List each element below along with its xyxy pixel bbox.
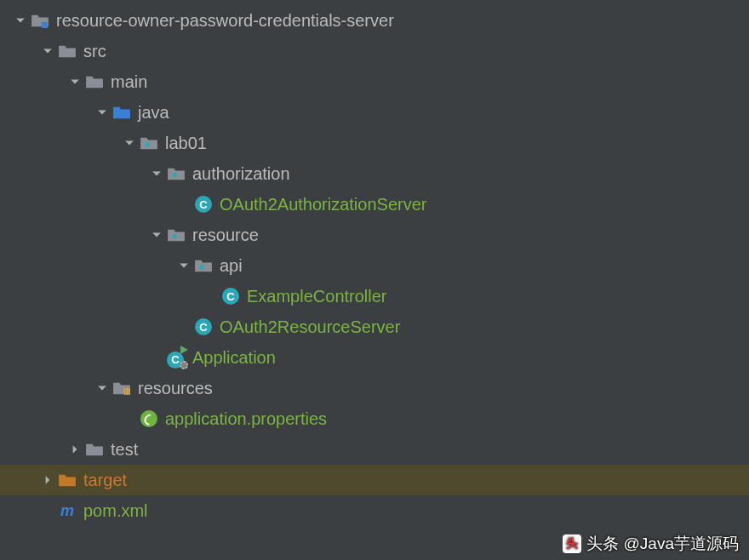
class-icon: C bbox=[220, 288, 242, 305]
tree-item-label: main bbox=[111, 72, 147, 92]
chevron-down-icon[interactable] bbox=[121, 138, 138, 148]
package-icon bbox=[165, 227, 187, 243]
tree-item-authorization[interactable]: authorization bbox=[0, 158, 749, 189]
watermark-prefix: 头条 bbox=[586, 533, 619, 555]
tree-item-label: test bbox=[111, 440, 138, 460]
tree-item-label: lab01 bbox=[165, 134, 207, 153]
package-icon bbox=[138, 135, 160, 151]
tree-item-label: ExampleController bbox=[247, 287, 387, 306]
tree-item-label: application.properties bbox=[165, 409, 327, 429]
chevron-right-icon[interactable] bbox=[39, 475, 56, 485]
chevron-down-icon[interactable] bbox=[148, 230, 165, 240]
package-icon bbox=[192, 258, 214, 273]
chevron-down-icon[interactable] bbox=[66, 77, 83, 87]
chevron-down-icon[interactable] bbox=[12, 15, 29, 26]
maven-file-icon: m bbox=[56, 502, 78, 519]
tree-item-label: OAuth2AuthorizationServer bbox=[220, 195, 426, 214]
tree-item-test[interactable]: test bbox=[0, 434, 749, 465]
tree-item-lab01[interactable]: lab01 bbox=[0, 128, 749, 158]
watermark: 头 头条 @Java芋道源码 bbox=[563, 533, 739, 555]
tree-item-target[interactable]: target bbox=[0, 465, 749, 495]
tree-item-resources[interactable]: resources bbox=[0, 373, 749, 403]
tree-item-pom[interactable]: m pom.xml bbox=[0, 495, 749, 526]
tree-item-java[interactable]: java bbox=[0, 97, 749, 128]
tree-item-application[interactable]: C Application bbox=[0, 342, 749, 373]
tree-item-example-controller[interactable]: C ExampleController bbox=[0, 281, 749, 311]
module-folder-icon bbox=[29, 13, 51, 28]
chevron-down-icon[interactable] bbox=[148, 169, 165, 179]
tree-item-resource[interactable]: resource bbox=[0, 220, 749, 250]
source-folder-icon bbox=[111, 105, 133, 120]
tree-item-label: authorization bbox=[192, 164, 290, 184]
watermark-text: @Java芋道源码 bbox=[624, 533, 739, 555]
tree-item-label: pom.xml bbox=[83, 501, 148, 521]
chevron-right-icon[interactable] bbox=[66, 444, 83, 454]
chevron-down-icon[interactable] bbox=[175, 260, 192, 271]
spring-config-icon bbox=[138, 410, 160, 427]
folder-icon bbox=[56, 43, 78, 59]
excluded-folder-icon bbox=[56, 472, 78, 488]
folder-icon bbox=[83, 74, 106, 89]
package-icon bbox=[165, 166, 187, 181]
folder-icon bbox=[83, 442, 106, 457]
class-icon: C bbox=[192, 318, 214, 335]
watermark-logo-icon: 头 bbox=[563, 534, 581, 553]
tree-item-label: src bbox=[83, 42, 106, 61]
tree-item-label: java bbox=[138, 103, 169, 123]
tree-item-api[interactable]: api bbox=[0, 250, 749, 281]
tree-item-label: Application bbox=[192, 348, 276, 368]
chevron-down-icon[interactable] bbox=[94, 383, 111, 393]
tree-item-label: OAuth2ResourceServer bbox=[220, 317, 400, 337]
class-icon: C bbox=[192, 196, 214, 213]
tree-item-label: target bbox=[83, 471, 127, 490]
tree-item-label: resource-owner-password-credentials-serv… bbox=[56, 11, 394, 31]
tree-item-root[interactable]: resource-owner-password-credentials-serv… bbox=[0, 5, 749, 36]
tree-item-label: resources bbox=[138, 379, 213, 398]
runnable-class-icon: C bbox=[165, 348, 187, 367]
resources-folder-icon bbox=[111, 380, 133, 396]
chevron-down-icon[interactable] bbox=[94, 107, 111, 117]
tree-item-oauth-resource-server[interactable]: C OAuth2ResourceServer bbox=[0, 311, 749, 342]
tree-item-oauth-auth-server[interactable]: C OAuth2AuthorizationServer bbox=[0, 189, 749, 220]
chevron-down-icon[interactable] bbox=[39, 46, 56, 56]
tree-item-app-properties[interactable]: application.properties bbox=[0, 403, 749, 434]
tree-item-main[interactable]: main bbox=[0, 66, 749, 97]
tree-item-label: api bbox=[220, 256, 243, 276]
tree-item-src[interactable]: src bbox=[0, 36, 749, 66]
project-tree: resource-owner-password-credentials-serv… bbox=[0, 0, 749, 526]
tree-item-label: resource bbox=[192, 226, 259, 245]
